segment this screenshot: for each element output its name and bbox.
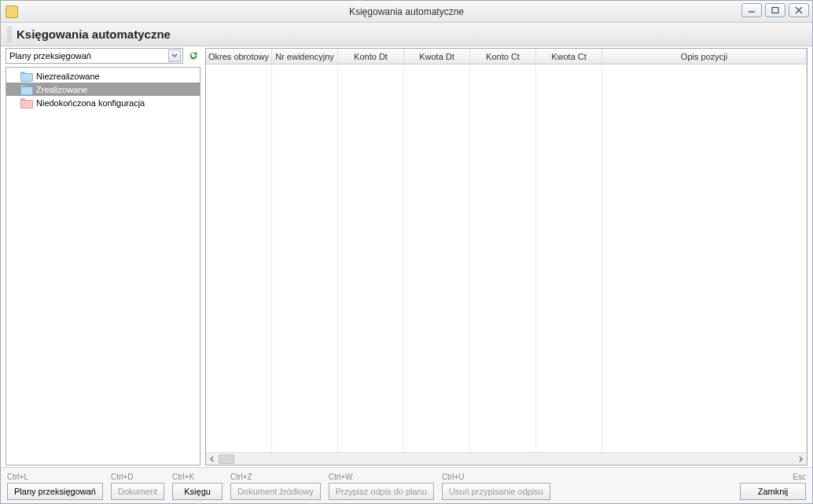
zamknij-button[interactable]: Zamknij — [740, 483, 806, 500]
col-konto-ct[interactable]: Konto Ct — [470, 49, 536, 64]
svg-rect-1 — [772, 8, 778, 13]
body: Plany przeksięgowań Niezrealizowane — [1, 46, 812, 467]
footer-usun: Ctrl+U Usuń przypisanie odpisu — [442, 473, 550, 500]
footer-plany: Ctrl+L Plany przeksięgowań — [7, 473, 103, 500]
app-window: Księgowania automatyczne Księgowania aut… — [0, 0, 813, 504]
grid-area: Okres obrotowy Nr ewidencyjny Konto Dt K… — [205, 48, 807, 465]
scroll-left-icon[interactable] — [206, 454, 219, 465]
footer-dokzrodlowy: Ctrl+Z Dokument źródłowy — [230, 473, 321, 500]
plan-combo-label: Plany przeksięgowań — [9, 51, 91, 61]
refresh-icon — [188, 50, 199, 61]
page-title: Księgowania automatyczne — [17, 28, 171, 41]
hint: Ctrl+W — [329, 473, 353, 481]
chevron-down-icon — [168, 50, 181, 62]
col-kwota-ct[interactable]: Kwota Ct — [536, 49, 602, 64]
combo-row: Plany przeksięgowań — [6, 48, 200, 64]
scroll-thumb[interactable] — [219, 454, 234, 464]
grid-body[interactable] — [206, 64, 807, 452]
hint: Ctrl+K — [172, 473, 194, 481]
plan-combo[interactable]: Plany przeksięgowań — [6, 48, 183, 64]
dokument-button: Dokument — [111, 483, 164, 500]
folder-icon — [20, 98, 31, 107]
footer-przypisz: Ctrl+W Przypisz odpis do planu — [329, 473, 434, 500]
usun-przypisanie-button: Usuń przypisanie odpisu — [442, 483, 550, 500]
hint: Ctrl+Z — [230, 473, 252, 481]
left-panel: Plany przeksięgowań Niezrealizowane — [6, 48, 200, 465]
window-title: Księgowania automatyczne — [1, 6, 812, 17]
col-nrewid[interactable]: Nr ewidencyjny — [272, 49, 338, 64]
tree-item-label: Niezrealizowane — [36, 72, 100, 81]
header-bar: Księgowania automatyczne — [1, 23, 812, 46]
minimize-button[interactable] — [741, 3, 762, 17]
col-kwota-dt[interactable]: Kwota Dt — [404, 49, 470, 64]
footer-close: Esc Zamknij — [740, 473, 806, 500]
col-okres[interactable]: Okres obrotowy — [206, 49, 272, 64]
hint: Ctrl+D — [111, 473, 134, 481]
plan-tree[interactable]: Niezrealizowane Zrealizowane Niedokończo… — [6, 67, 200, 465]
window-buttons — [741, 3, 809, 17]
close-button[interactable] — [789, 3, 809, 17]
tree-item-zrealizowane[interactable]: Zrealizowane — [6, 83, 200, 96]
maximize-button[interactable] — [765, 3, 785, 17]
folder-icon — [20, 85, 31, 94]
refresh-button[interactable] — [186, 49, 200, 63]
scroll-right-icon[interactable] — [794, 454, 807, 465]
col-opis[interactable]: Opis pozycji — [602, 49, 807, 64]
footer: Ctrl+L Plany przeksięgowań Ctrl+D Dokume… — [1, 467, 812, 503]
hint: Ctrl+U — [442, 473, 465, 481]
plany-button[interactable]: Plany przeksięgowań — [7, 483, 103, 500]
grip-icon — [7, 27, 12, 42]
ksiegu-button[interactable]: Księgu — [172, 483, 223, 500]
folder-icon — [20, 72, 31, 80]
titlebar[interactable]: Księgowania automatyczne — [1, 1, 812, 23]
hint: Ctrl+L — [7, 473, 28, 481]
dokument-zrodlowy-button: Dokument źródłowy — [230, 483, 321, 500]
tree-item-label: Niedokończona konfiguracja — [36, 98, 145, 108]
grid-header: Okres obrotowy Nr ewidencyjny Konto Dt K… — [206, 49, 807, 64]
tree-item-niedokonczona[interactable]: Niedokończona konfiguracja — [6, 96, 200, 109]
horizontal-scrollbar[interactable] — [206, 452, 807, 465]
tree-item-label: Zrealizowane — [36, 85, 87, 94]
tree-item-niezrealizowane[interactable]: Niezrealizowane — [6, 69, 200, 83]
hint: Esc — [793, 473, 806, 481]
footer-dokument: Ctrl+D Dokument — [111, 473, 164, 500]
col-konto-dt[interactable]: Konto Dt — [338, 49, 404, 64]
footer-ksiegu: Ctrl+K Księgu — [172, 473, 223, 500]
app-icon — [6, 6, 18, 18]
przypisz-odpis-button: Przypisz odpis do planu — [329, 483, 434, 500]
